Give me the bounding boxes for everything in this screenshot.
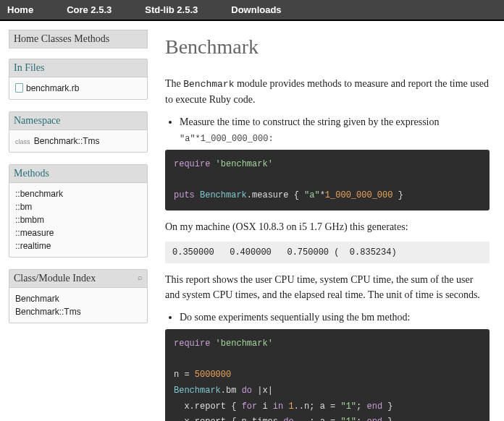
- main-content: Benchmark The Benchmark module provides …: [165, 30, 490, 421]
- top-nav: Home Core 2.5.3 Std-lib 2.5.3 Downloads: [0, 0, 504, 21]
- output-block-1: 0.350000 0.400000 0.750000 ( 0.835234): [165, 242, 490, 263]
- sidebar: Home Classes Methods In Files benchmark.…: [9, 30, 148, 421]
- code-block-2: require 'benchmark' n = 5000000 Benchmar…: [165, 329, 490, 421]
- method-item[interactable]: ::benchmark: [15, 187, 141, 200]
- in-files-title: In Files: [9, 59, 147, 77]
- report-desc: This report shows the user CPU time, sys…: [165, 272, 490, 302]
- file-icon: [15, 83, 23, 93]
- index-item[interactable]: Benchmark::Tms: [15, 305, 141, 318]
- nav-downloads[interactable]: Downloads: [231, 4, 281, 15]
- methods-title: Methods: [9, 165, 147, 183]
- methods-box: Methods ::benchmark ::bm ::bmbm ::measur…: [9, 164, 148, 258]
- method-item[interactable]: ::bm: [15, 200, 141, 213]
- expr-1: "a"*1_000_000_000:: [180, 134, 490, 144]
- bullet-2: Do some experiments sequentially using t…: [180, 310, 490, 325]
- nav-home[interactable]: Home: [7, 4, 33, 15]
- index-search-icon[interactable]: ⌕: [138, 273, 143, 281]
- class-tag: class: [15, 138, 30, 145]
- method-item[interactable]: ::realtime: [15, 239, 141, 252]
- benchmark-code: Benchmark: [183, 79, 234, 90]
- class-index-title: Class/Module Index⌕: [9, 270, 147, 288]
- nav-stdlib[interactable]: Std-lib 2.5.3: [145, 4, 198, 15]
- namespace-item[interactable]: class Benchmark::Tms: [15, 135, 141, 148]
- on-machine: On my machine (OSX 10.8.3 on i5 1.7 GHz)…: [165, 219, 490, 234]
- method-item[interactable]: ::measure: [15, 226, 141, 239]
- page-title: Benchmark: [165, 35, 490, 59]
- namespace-title: Namespace: [9, 112, 147, 130]
- sidebar-tabs[interactable]: Home Classes Methods: [9, 30, 148, 48]
- in-files-box: In Files benchmark.rb: [9, 59, 148, 100]
- bullet-1: Measure the time to construct the string…: [180, 114, 490, 129]
- index-item[interactable]: Benchmark: [15, 292, 141, 305]
- namespace-box: Namespace class Benchmark::Tms: [9, 111, 148, 153]
- class-index-box: Class/Module Index⌕ Benchmark Benchmark:…: [9, 269, 148, 323]
- file-item[interactable]: benchmark.rb: [15, 82, 141, 95]
- intro-paragraph: The Benchmark module provides methods to…: [165, 76, 490, 107]
- nav-core[interactable]: Core 2.5.3: [67, 4, 112, 15]
- code-block-1: require 'benchmark' puts Benchmark.measu…: [165, 150, 490, 211]
- method-item[interactable]: ::bmbm: [15, 213, 141, 226]
